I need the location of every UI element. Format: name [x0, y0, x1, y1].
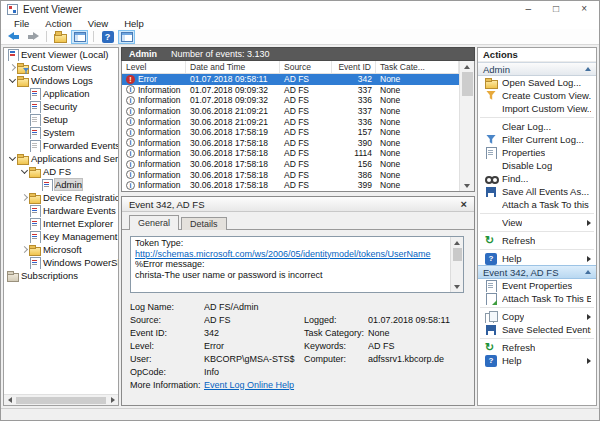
collapse-arrow-icon[interactable] [19, 170, 29, 173]
action-filter-current-log[interactable]: Filter Current Log... [478, 133, 596, 146]
action-clear-log[interactable]: Clear Log... [478, 120, 596, 133]
menu-file[interactable]: File [6, 18, 37, 29]
action-copy[interactable]: Copy [478, 310, 596, 323]
information-icon [126, 96, 135, 105]
event-row[interactable]: Information30.06.2018 17:58:18AD FS1114N… [122, 148, 459, 159]
tree-item-forwarded-events[interactable]: Forwarded Events [4, 139, 118, 152]
action-pane-toggle-button[interactable] [118, 30, 135, 44]
column-header-level[interactable]: Level [122, 61, 186, 73]
general-tab-content: Token Type:http://schemas.microsoft.com/… [122, 230, 474, 405]
tree-item-ad-fs[interactable]: AD FS [4, 165, 118, 178]
tree-item-applications-and-services-lo[interactable]: Applications and Services Lo [4, 152, 118, 165]
collapse-arrow-icon[interactable] [7, 157, 17, 160]
action-open-saved-log[interactable]: Open Saved Log... [478, 76, 596, 89]
source-cell: AD FS [280, 95, 332, 106]
column-header-task-cate[interactable]: Task Cate... [376, 61, 459, 73]
scroll-right-button[interactable] [107, 395, 118, 405]
event-row[interactable]: Information30.06.2018 17:58:18AD FS390No… [122, 138, 459, 149]
help-button[interactable]: ? [99, 30, 116, 44]
action-find[interactable]: Find... [478, 172, 596, 185]
action-event-properties[interactable]: Event Properties [478, 279, 596, 292]
action-attach-task-to-this-ev[interactable]: Attach Task To This Ev... [478, 292, 596, 305]
token-type-link[interactable]: http://schemas.microsoft.com/ws/2006/05/… [135, 249, 446, 260]
action-refresh[interactable]: Refresh [478, 341, 596, 354]
event-row[interactable]: Information30.06.2018 17:58:18AD FS399No… [122, 180, 459, 191]
event-row[interactable]: Information30.06.2018 17:58:19AD FS157No… [122, 127, 459, 138]
scrollbar-thumb[interactable] [16, 397, 106, 404]
minimize-button[interactable]: – [526, 2, 532, 16]
tree-item-subscriptions[interactable]: Subscriptions [4, 269, 118, 282]
toolbar: ? [1, 29, 599, 45]
actions-section-admin[interactable]: Admin [478, 62, 596, 76]
scroll-down-button[interactable] [460, 180, 474, 191]
close-preview-icon[interactable]: × [461, 198, 467, 210]
collapse-section-icon[interactable] [585, 270, 591, 274]
collapse-arrow-icon[interactable] [7, 79, 17, 82]
event-log-online-help-link[interactable]: Event Log Online Help [204, 380, 304, 390]
expand-arrow-icon[interactable] [7, 65, 17, 70]
event-row[interactable]: Information30.06.2018 21:09:21AD FS336No… [122, 116, 459, 127]
event-row[interactable]: Information01.07.2018 09:09:32AD FS337No… [122, 85, 459, 96]
scroll-up-button[interactable] [460, 61, 474, 72]
event-row[interactable]: Information01.07.2018 09:09:32AD FS336No… [122, 95, 459, 106]
opcode-value: Info [204, 367, 304, 377]
tree-item-custom-views[interactable]: Custom Views [4, 61, 118, 74]
action-create-custom-view[interactable]: Create Custom View... [478, 89, 596, 102]
tree-item-setup[interactable]: Setup [4, 113, 118, 126]
expand-arrow-icon[interactable] [19, 195, 29, 200]
tab-general[interactable]: General [129, 215, 179, 230]
tree-item-device-registration-servi[interactable]: Device Registration Servi [4, 191, 118, 204]
tree-item-security[interactable]: Security [4, 100, 118, 113]
scroll-left-button[interactable] [4, 395, 15, 405]
menu-help[interactable]: Help [116, 18, 152, 29]
action-attach-a-task-to-this-l[interactable]: Attach a Task To this L... [478, 198, 596, 211]
event-row[interactable]: Information30.06.2018 17:58:18AD FS156No… [122, 159, 459, 170]
tree-item-windows-powershell[interactable]: Windows PowerShell [4, 256, 118, 269]
action-help[interactable]: Help [478, 354, 596, 367]
back-button[interactable] [5, 30, 22, 44]
console-tree-toggle-button[interactable] [71, 30, 88, 44]
tree-item-event-viewer-local[interactable]: Event Viewer (Local) [4, 48, 118, 61]
scrollbar-thumb[interactable] [453, 248, 462, 261]
action-save-selected-events[interactable]: Save Selected Events... [478, 323, 596, 336]
tree-item-windows-logs[interactable]: Windows Logs [4, 74, 118, 87]
scroll-down-button[interactable] [451, 281, 463, 292]
tree-horizontal-scrollbar[interactable] [4, 394, 118, 405]
action-view[interactable]: View [478, 216, 596, 229]
tree-item-internet-explorer[interactable]: Internet Explorer [4, 217, 118, 230]
tree-item-hardware-events[interactable]: Hardware Events [4, 204, 118, 217]
action-label: Copy [502, 311, 524, 322]
event-list-scrollbar[interactable] [459, 61, 474, 191]
column-header-event-id[interactable]: Event ID [332, 61, 376, 73]
column-header-source[interactable]: Source [280, 61, 332, 73]
scrollbar-thumb[interactable] [462, 72, 473, 96]
actions-section-event-342-ad-fs[interactable]: Event 342, AD FS [478, 265, 596, 279]
tree-item-key-management-service[interactable]: Key Management Service [4, 230, 118, 243]
action-disable-log[interactable]: Disable Log [478, 159, 596, 172]
action-help[interactable]: Help [478, 252, 596, 265]
tree-item-application[interactable]: Application [4, 87, 118, 100]
scroll-up-button[interactable] [451, 237, 463, 248]
tree-item-microsoft[interactable]: Microsoft [4, 243, 118, 256]
tab-details[interactable]: Details [181, 217, 227, 230]
collapse-section-icon[interactable] [585, 67, 591, 71]
maximize-button[interactable]: □ [553, 2, 559, 16]
action-refresh[interactable]: Refresh [478, 234, 596, 247]
menu-view[interactable]: View [80, 18, 116, 29]
event-row[interactable]: Information30.06.2018 21:09:21AD FS337No… [122, 106, 459, 117]
action-import-custom-view[interactable]: Import Custom View... [478, 102, 596, 115]
event-row[interactable]: Information30.06.2018 17:58:18AD FS386No… [122, 169, 459, 180]
column-header-date-and-time[interactable]: Date and Time [186, 61, 280, 73]
expand-arrow-icon[interactable] [19, 247, 29, 252]
menu-action[interactable]: Action [37, 18, 79, 29]
close-button[interactable]: × [581, 2, 587, 16]
event-row[interactable]: Error01.07.2018 09:58:11AD FS342None [122, 74, 459, 85]
tree-item-admin[interactable]: Admin [4, 178, 118, 191]
description-scrollbar[interactable] [450, 237, 463, 292]
level-text: Information [138, 170, 181, 180]
action-properties[interactable]: Properties [478, 146, 596, 159]
action-save-all-events-as[interactable]: Save All Events As... [478, 185, 596, 198]
forward-button[interactable] [24, 30, 41, 44]
tree-item-system[interactable]: System [4, 126, 118, 139]
open-saved-log-button[interactable] [52, 30, 69, 44]
